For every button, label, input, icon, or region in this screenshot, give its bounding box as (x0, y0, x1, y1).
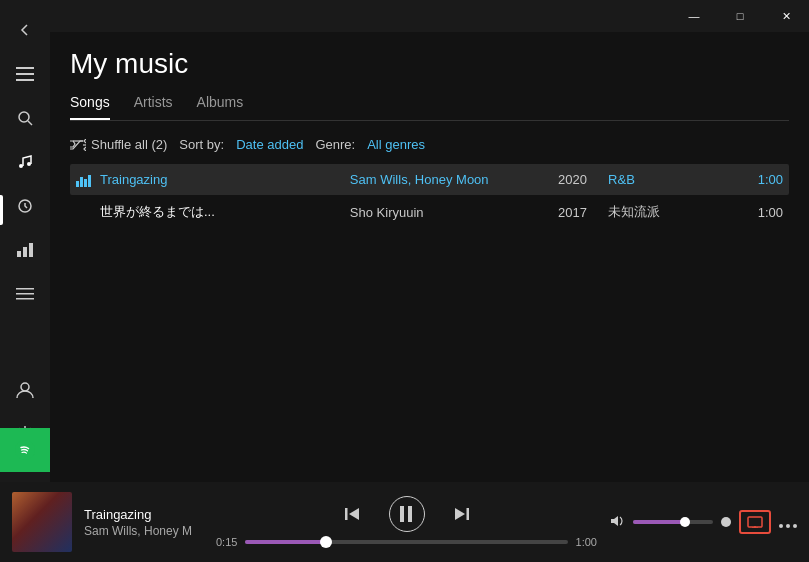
svg-point-25 (786, 524, 790, 528)
volume-dot[interactable] (680, 517, 690, 527)
playing-icon (76, 173, 100, 187)
song-list: Traingazing Sam Wills, Honey Moon 2020 R… (70, 164, 789, 229)
svg-rect-18 (400, 506, 404, 522)
tab-artists[interactable]: Artists (134, 94, 173, 120)
progress-bar[interactable]: 0:15 1:00 (216, 536, 597, 548)
table-row[interactable]: 世界が終るまでは... Sho Kiryuuin 2017 未知流派 1:00 (70, 195, 789, 229)
search-button[interactable] (0, 96, 50, 140)
svg-rect-13 (16, 298, 34, 300)
controls-bar: Shuffle all (2) Sort by: Date added Genr… (70, 137, 789, 152)
song-title: 世界が終るまでは... (100, 203, 350, 221)
maximize-button[interactable]: □ (717, 0, 763, 32)
svg-line-4 (28, 121, 32, 125)
chart-button[interactable] (0, 228, 50, 272)
svg-rect-20 (466, 508, 469, 520)
tabs-bar: Songs Artists Albums (70, 94, 789, 121)
progress-track[interactable] (245, 540, 567, 544)
next-button[interactable] (445, 498, 477, 530)
svg-point-26 (793, 524, 797, 528)
sort-value[interactable]: Date added (236, 137, 303, 152)
player-bar: Traingazing Sam Wills, Honey M 0:15 1:00 (0, 482, 809, 562)
song-duration: 1:00 (733, 205, 783, 220)
svg-rect-2 (16, 79, 34, 81)
genre-label: Genre: (315, 137, 355, 152)
shuffle-button[interactable]: Shuffle all (2) (70, 137, 167, 152)
svg-rect-0 (16, 67, 34, 69)
svg-rect-1 (16, 73, 34, 75)
song-title: Traingazing (100, 172, 350, 187)
svg-rect-19 (408, 506, 412, 522)
profile-button[interactable] (0, 368, 50, 412)
progress-dot[interactable] (320, 536, 332, 548)
menu-button[interactable] (0, 52, 50, 96)
player-right (609, 510, 797, 534)
list-button[interactable] (0, 272, 50, 316)
svg-point-5 (19, 164, 23, 168)
shuffle-label: Shuffle all (2) (91, 137, 167, 152)
tab-albums[interactable]: Albums (197, 94, 244, 120)
player-song-title: Traingazing (84, 507, 204, 522)
monitor-button[interactable] (739, 510, 771, 534)
sidebar (0, 0, 50, 562)
progress-fill (245, 540, 326, 544)
title-bar: — □ ✕ (49, 0, 809, 32)
song-genre: 未知流派 (608, 203, 733, 221)
page-title: My music (70, 48, 789, 80)
shuffle-dot[interactable] (721, 517, 731, 527)
player-buttons (337, 496, 477, 532)
back-button[interactable] (0, 8, 50, 52)
music-button[interactable] (0, 140, 50, 184)
album-art (12, 492, 72, 552)
song-year: 2017 (558, 205, 608, 220)
svg-rect-12 (16, 293, 34, 295)
sort-label: Sort by: (179, 137, 224, 152)
more-button[interactable] (779, 512, 797, 533)
song-year: 2020 (558, 172, 608, 187)
spotify-button[interactable] (0, 428, 50, 472)
song-artist: Sam Wills, Honey Moon (350, 172, 558, 187)
song-duration: 1:00 (733, 172, 783, 187)
volume-icon (609, 514, 625, 531)
svg-rect-11 (16, 288, 34, 290)
song-genre: R&B (608, 172, 733, 187)
svg-point-24 (779, 524, 783, 528)
active-indicator (0, 195, 3, 225)
player-artist: Sam Wills, Honey M (84, 524, 204, 538)
current-time: 0:15 (216, 536, 237, 548)
song-artist: Sho Kiryuuin (350, 205, 558, 220)
svg-rect-8 (17, 251, 21, 257)
svg-rect-21 (748, 517, 762, 527)
play-pause-button[interactable] (389, 496, 425, 532)
total-time: 1:00 (576, 536, 597, 548)
svg-point-14 (21, 383, 29, 391)
player-info: Traingazing Sam Wills, Honey M (84, 507, 204, 538)
volume-track[interactable] (633, 520, 713, 524)
table-row[interactable]: Traingazing Sam Wills, Honey Moon 2020 R… (70, 164, 789, 195)
svg-point-3 (19, 112, 29, 122)
genre-value[interactable]: All genres (367, 137, 425, 152)
volume-fill (633, 520, 685, 524)
tab-songs[interactable]: Songs (70, 94, 110, 120)
close-button[interactable]: ✕ (763, 0, 809, 32)
minimize-button[interactable]: — (671, 0, 717, 32)
prev-button[interactable] (337, 498, 369, 530)
svg-rect-9 (23, 247, 27, 257)
recent-button[interactable] (0, 184, 50, 228)
svg-rect-10 (29, 243, 33, 257)
main-content: My music Songs Artists Albums Shuffle al… (50, 32, 809, 482)
player-controls: 0:15 1:00 (216, 496, 597, 548)
svg-rect-17 (345, 508, 348, 520)
svg-point-6 (27, 162, 31, 166)
